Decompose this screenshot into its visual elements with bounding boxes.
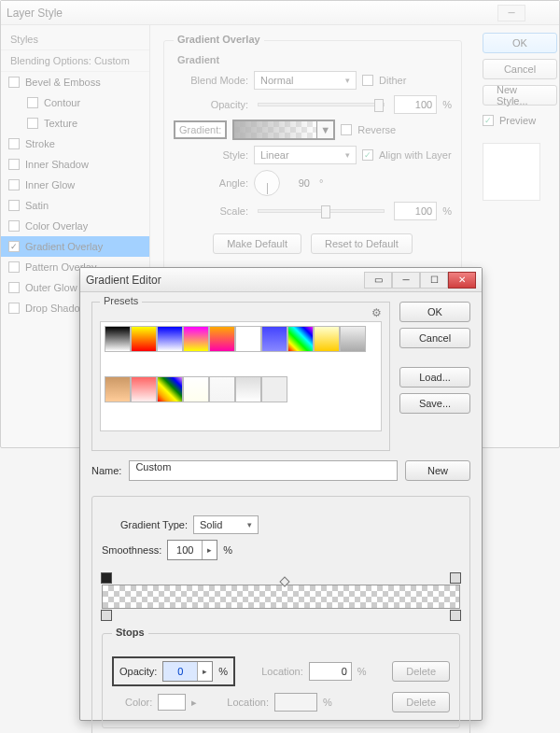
- gradient-swatch[interactable]: ▼: [232, 120, 335, 140]
- blend-mode-combo[interactable]: Normal: [254, 71, 357, 90]
- gradient-dropdown-arrow[interactable]: ▼: [316, 121, 333, 138]
- opacity-stop-left[interactable]: [101, 572, 112, 584]
- preset-swatch[interactable]: [235, 376, 261, 402]
- sidebar-checkbox[interactable]: [27, 118, 38, 129]
- align-label: Align with Layer: [379, 149, 452, 161]
- preset-swatch[interactable]: [183, 326, 209, 352]
- sidebar-checkbox[interactable]: [8, 159, 20, 170]
- stop-location-label: Location:: [261, 666, 303, 677]
- opacity-value[interactable]: 100: [394, 95, 437, 114]
- stops-label: Stops: [112, 627, 148, 638]
- new-button[interactable]: New: [405, 460, 470, 481]
- reverse-checkbox[interactable]: [341, 124, 352, 135]
- smoothness-input[interactable]: 100▸: [167, 540, 217, 560]
- align-checkbox[interactable]: ✓: [362, 149, 373, 161]
- sidebar-item-satin[interactable]: Satin: [1, 195, 149, 216]
- gred-load-button[interactable]: Load...: [399, 367, 470, 388]
- preset-swatch[interactable]: [314, 326, 340, 352]
- preset-swatch[interactable]: [183, 376, 209, 402]
- sidebar-item-inner-glow[interactable]: Inner Glow: [1, 175, 149, 195]
- preset-swatch[interactable]: [261, 376, 287, 402]
- preset-swatch[interactable]: [131, 326, 157, 352]
- stop-opacity-label: Opacity:: [119, 666, 157, 677]
- stop-opacity-input[interactable]: 0▸: [162, 661, 213, 682]
- preset-swatch[interactable]: [105, 326, 131, 352]
- layer-style-title: Layer Style: [7, 7, 497, 20]
- style-label: Style:: [174, 149, 248, 161]
- angle-value[interactable]: 90: [286, 174, 314, 192]
- sidebar-item-label: Contour: [44, 97, 80, 108]
- sidebar-checkbox[interactable]: [8, 138, 20, 149]
- preset-swatch[interactable]: [340, 326, 366, 352]
- preset-swatch[interactable]: [235, 326, 261, 352]
- stop-color-well[interactable]: [158, 694, 186, 711]
- sidebar-item-contour[interactable]: Contour: [1, 92, 149, 113]
- reset-default-button[interactable]: Reset to Default: [311, 233, 413, 254]
- sidebar-item-bevel-emboss[interactable]: Bevel & Emboss: [1, 72, 149, 92]
- preset-swatch[interactable]: [157, 376, 183, 402]
- styles-header[interactable]: Styles: [1, 29, 149, 49]
- gred-ok-button[interactable]: OK: [399, 302, 470, 322]
- gred-cancel-button[interactable]: Cancel: [399, 328, 470, 348]
- name-input[interactable]: Custom: [129, 460, 398, 481]
- stop-location-input[interactable]: 0: [309, 662, 352, 681]
- make-default-button[interactable]: Make Default: [213, 233, 301, 254]
- scale-value[interactable]: 100: [394, 202, 437, 220]
- dither-label: Dither: [379, 75, 406, 86]
- sidebar-item-texture[interactable]: Texture: [1, 113, 149, 134]
- sidebar-item-stroke[interactable]: Stroke: [1, 134, 149, 154]
- gradtype-combo[interactable]: Solid: [193, 515, 259, 534]
- preset-swatch[interactable]: [209, 326, 235, 352]
- preset-swatch[interactable]: [131, 376, 157, 402]
- gradient-bar[interactable]: [102, 585, 460, 609]
- sidebar-checkbox[interactable]: [8, 77, 20, 88]
- minimize-button[interactable]: ─: [497, 5, 525, 21]
- sidebar-checkbox[interactable]: [27, 97, 38, 108]
- preset-swatch[interactable]: [157, 326, 183, 352]
- new-style-button[interactable]: New Style...: [483, 85, 557, 106]
- smoothness-arrow-icon[interactable]: ▸: [202, 541, 217, 559]
- dither-checkbox[interactable]: [362, 75, 373, 86]
- preset-swatch[interactable]: [287, 326, 314, 352]
- layer-style-titlebar: Layer Style ─ ✕: [1, 1, 559, 25]
- preset-swatch[interactable]: [261, 326, 287, 352]
- opacity-slider[interactable]: [258, 103, 385, 106]
- sidebar-checkbox[interactable]: [8, 179, 20, 190]
- sidebar-item-label: Stroke: [25, 138, 55, 149]
- sidebar-item-inner-shadow[interactable]: Inner Shadow: [1, 154, 149, 175]
- color-stop-right[interactable]: [450, 610, 461, 621]
- scale-slider[interactable]: [258, 209, 385, 213]
- gred-help-button[interactable]: ▭: [364, 272, 392, 289]
- delete-color-stop-button[interactable]: Delete: [392, 692, 450, 712]
- opacity-label: Opacity:: [174, 99, 248, 110]
- angle-dial[interactable]: [254, 170, 280, 196]
- sidebar-checkbox[interactable]: ✓: [8, 241, 20, 252]
- preview-checkbox[interactable]: ✓: [483, 115, 494, 126]
- gred-max-button[interactable]: ☐: [420, 272, 448, 289]
- sidebar-checkbox[interactable]: [8, 220, 20, 232]
- panel-title: Gradient Overlay: [174, 34, 264, 45]
- delete-opacity-stop-button[interactable]: Delete: [392, 661, 450, 682]
- preset-swatch[interactable]: [209, 376, 235, 402]
- cancel-button[interactable]: Cancel: [483, 59, 557, 79]
- blending-header[interactable]: Blending Options: Custom: [1, 49, 149, 72]
- style-combo[interactable]: Linear: [254, 146, 357, 164]
- opacity-arrow-icon[interactable]: ▸: [197, 662, 212, 681]
- presets-gear-icon[interactable]: ⚙: [371, 306, 382, 319]
- sidebar-item-label: Gradient Overlay: [25, 241, 103, 252]
- ok-button[interactable]: OK: [483, 33, 557, 53]
- blend-mode-label: Blend Mode:: [174, 75, 248, 86]
- gred-min-button[interactable]: ─: [392, 272, 420, 289]
- preset-swatch[interactable]: [105, 376, 131, 402]
- sidebar-item-gradient-overlay[interactable]: ✓Gradient Overlay: [1, 236, 149, 257]
- sidebar-item-color-overlay[interactable]: Color Overlay: [1, 216, 149, 236]
- sidebar-checkbox[interactable]: [8, 282, 20, 293]
- color-arrow-icon[interactable]: ▸: [191, 697, 197, 709]
- sidebar-checkbox[interactable]: [8, 303, 20, 314]
- sidebar-checkbox[interactable]: [8, 261, 20, 273]
- opacity-stop-right[interactable]: [450, 572, 461, 584]
- color-stop-left[interactable]: [101, 610, 112, 621]
- sidebar-checkbox[interactable]: [8, 200, 20, 211]
- gred-save-button[interactable]: Save...: [399, 393, 470, 414]
- gred-close-button[interactable]: ✕: [448, 272, 476, 289]
